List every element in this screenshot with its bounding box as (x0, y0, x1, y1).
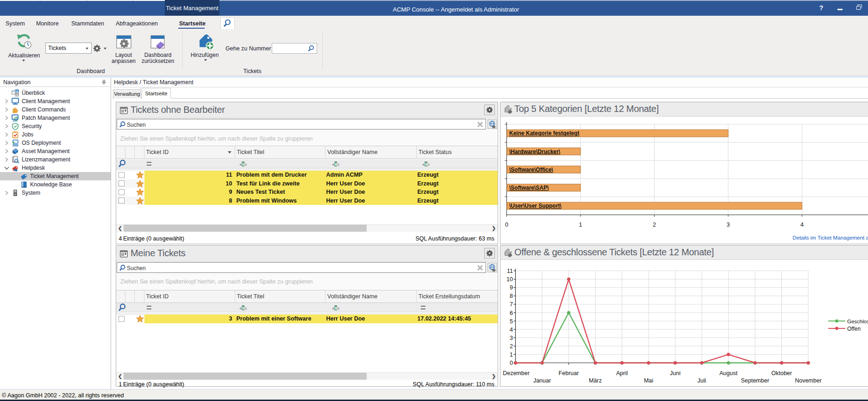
svg-text:B: B (243, 163, 245, 166)
svg-text:Mai: Mai (644, 377, 653, 384)
svg-text:Keine Kategorie festgelegt: Keine Kategorie festgelegt (509, 130, 579, 136)
svg-text:A: A (332, 163, 335, 166)
svg-text:August: August (719, 370, 737, 376)
svg-text:Offen: Offen (847, 326, 861, 332)
svg-text:September: September (741, 377, 769, 384)
svg-text:Januar: Januar (533, 377, 551, 384)
svg-text:Februar: Februar (559, 370, 579, 376)
svg-text:3: 3 (510, 335, 513, 341)
svg-text:0: 0 (510, 360, 513, 366)
svg-text:B: B (335, 163, 337, 166)
svg-text:\Software\Office\: \Software\Office\ (509, 167, 553, 173)
svg-text:4: 4 (800, 222, 804, 228)
svg-text:1: 1 (510, 352, 513, 358)
svg-text:C: C (337, 307, 340, 310)
svg-text:A: A (240, 307, 242, 310)
svg-text:5: 5 (510, 318, 513, 325)
svg-text:2: 2 (510, 343, 513, 350)
svg-text:C: C (337, 163, 340, 166)
svg-text:1: 1 (579, 222, 582, 228)
svg-text:\Hardware\Drucker\: \Hardware\Drucker\ (509, 148, 561, 155)
svg-text:9: 9 (510, 284, 513, 291)
svg-text:April: April (616, 370, 628, 376)
svg-text:B: B (335, 307, 337, 310)
svg-text:\User\User Support\: \User\User Support\ (509, 203, 562, 209)
svg-text:A: A (332, 307, 335, 310)
svg-text:C: C (245, 307, 247, 310)
svg-text:10: 10 (506, 276, 513, 283)
svg-text:A: A (240, 163, 242, 166)
svg-text:4: 4 (510, 327, 513, 333)
svg-text:11: 11 (507, 268, 513, 274)
svg-text:C: C (428, 163, 430, 166)
svg-text:Details im Ticket Management a: Details im Ticket Management anzeigen (793, 234, 868, 241)
svg-text:8: 8 (510, 293, 513, 299)
svg-text:November: November (795, 377, 822, 384)
svg-text:Dezember: Dezember (503, 370, 530, 376)
svg-text:\Software\SAP\: \Software\SAP\ (509, 185, 549, 191)
svg-text:0: 0 (505, 222, 508, 228)
svg-text:Juli: Juli (698, 377, 706, 384)
svg-text:Oktober: Oktober (771, 370, 792, 376)
svg-text:2: 2 (653, 222, 656, 228)
svg-text:A: A (423, 163, 425, 166)
svg-text:6: 6 (510, 310, 513, 316)
svg-text:B: B (243, 307, 245, 310)
svg-text:März: März (589, 377, 602, 384)
svg-text:3: 3 (727, 222, 730, 228)
svg-text:Geschlossen: Geschlossen (847, 319, 868, 324)
svg-text:Juni: Juni (670, 370, 681, 376)
svg-text:B: B (425, 163, 428, 166)
svg-text:7: 7 (510, 301, 513, 308)
svg-text:C: C (245, 163, 247, 166)
